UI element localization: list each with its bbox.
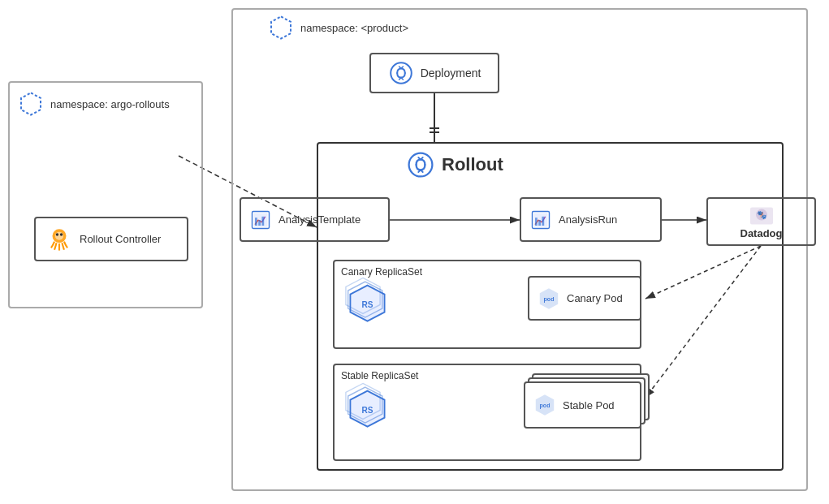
diagram-container: namespace: argo-rollouts Rollout Control… [0,0,829,504]
svg-marker-10 [21,93,41,114]
stable-pod-box-front: pod Stable Pod [524,381,641,429]
analysis-template-icon [249,209,272,231]
datadog-logo-icon: 🐕 🐾 [747,205,776,227]
svg-rect-33 [542,216,544,225]
product-namespace-icon [268,15,294,41]
svg-point-17 [409,153,433,177]
deployment-icon [388,60,414,86]
svg-text:pod: pod [540,403,551,409]
analysis-run-icon [529,209,552,231]
svg-point-16 [391,62,412,84]
namespace-argo-label: namespace: argo-rollouts [18,91,170,117]
deployment-label: Deployment [421,67,481,80]
namespace-product-label: namespace: <product> [268,15,408,41]
namespace-argo-box: namespace: argo-rollouts Rollout Control… [8,81,203,308]
analysis-run-label: AnalysisRun [559,213,617,226]
svg-rect-24 [258,220,261,226]
svg-rect-23 [255,218,257,226]
canary-pod-icon: pod [538,287,560,310]
analysis-run-box: AnalysisRun [520,197,662,242]
canary-rs-icon-container: RS [345,276,390,336]
rollout-controller-label: Rollout Controller [80,233,161,245]
rollout-icon [406,150,435,179]
rollout-label-area: Rollout [406,150,503,179]
svg-point-14 [60,233,63,235]
analysis-template-box: AnalysisTemplate [240,197,390,242]
svg-rect-25 [261,216,264,225]
rollout-text: Rollout [442,154,503,175]
stable-pod-label: Stable Pod [563,399,615,411]
datadog-box: 🐕 🐾 Datadog [706,197,816,246]
namespace-argo-text: namespace: argo-rollouts [50,98,170,110]
argo-namespace-icon [18,91,44,117]
datadog-label: Datadog [740,227,783,239]
stable-pod-icon: pod [533,394,556,416]
rollout-controller-box: Rollout Controller [34,217,188,261]
svg-text:pod: pod [544,295,555,302]
rollout-controller-icon [45,226,73,253]
svg-rect-32 [538,220,541,226]
stable-rs-icon: RS [345,381,390,438]
svg-marker-15 [271,16,291,38]
canary-rs-icon: RS [345,276,390,333]
namespace-product-text: namespace: <product> [300,22,408,34]
canary-pod-box: pod Canary Pod [528,276,641,321]
svg-point-12 [55,231,63,239]
analysis-template-label: AnalysisTemplate [278,213,361,226]
svg-text:RS: RS [361,406,373,415]
svg-text:RS: RS [361,300,373,309]
svg-text:🐾: 🐾 [757,209,767,220]
svg-rect-31 [535,218,538,226]
stable-rs-icon-container: RS [345,381,390,442]
canary-pod-label: Canary Pod [567,292,623,304]
deployment-box: Deployment [369,53,499,93]
stable-rs-label: Stable ReplicaSet [341,370,418,381]
svg-point-13 [56,233,58,235]
